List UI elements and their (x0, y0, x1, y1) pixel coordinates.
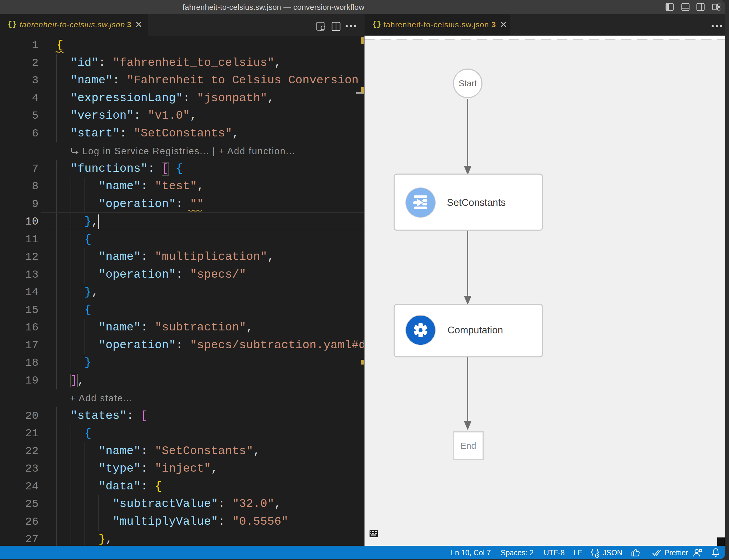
svg-text:Start: Start (459, 79, 477, 88)
svg-text:Computation: Computation (448, 324, 503, 335)
svg-text:End: End (460, 441, 476, 451)
svg-text:SetConstants: SetConstants (447, 197, 506, 208)
